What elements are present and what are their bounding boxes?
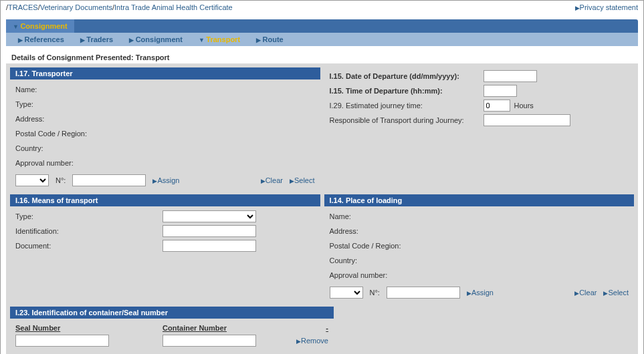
transporter-select-button[interactable]: ▶Select — [290, 176, 315, 184]
transporter-assign-button[interactable]: ▶Assign — [152, 176, 179, 184]
container-number-header: Container Number — [163, 324, 296, 332]
seal-number-input[interactable] — [15, 335, 109, 347]
arrow-icon: ▶ — [290, 178, 294, 184]
journey-time-label: I.29. Estimated journey time: — [330, 102, 484, 110]
subtab-consignment[interactable]: ▶ Consignment — [121, 34, 191, 45]
panel-means-header: I.16. Means of transport — [10, 194, 320, 206]
panel-departure: I.15. Date of Departure (dd/mm/yyyy): I.… — [324, 67, 635, 133]
arrow-icon: ▶ — [467, 290, 471, 297]
panel-container: I.23. Identification of container/Seal n… — [10, 307, 334, 354]
transporter-address-label: Address: — [15, 115, 122, 123]
container-remove-button[interactable]: ▶Remove — [296, 337, 328, 345]
privacy-link[interactable]: Privacy statement — [580, 3, 638, 11]
transporter-clear-button[interactable]: ▶Clear — [261, 176, 283, 184]
transporter-country-label: Country: — [15, 144, 122, 152]
panel-means: I.16. Means of transport Type: Identific… — [10, 194, 320, 285]
hours-label: Hours — [514, 102, 534, 110]
means-type-select[interactable] — [163, 210, 256, 222]
time-departure-label: I.15. Time of Departure (hh:mm): — [330, 87, 484, 95]
table-row: ▶Remove — [15, 333, 328, 348]
breadcrumb: /TRACES/Veterinary Documents/Intra Trade… — [1, 1, 643, 14]
means-doc-input[interactable] — [163, 240, 256, 252]
loading-postal-label: Postal Code / Region: — [330, 242, 437, 250]
subtab-traders[interactable]: ▶ Traders — [72, 34, 121, 45]
breadcrumb-traces[interactable]: TRACES — [8, 3, 38, 11]
responsible-label: Responsible of Transport during Journey: — [330, 116, 484, 124]
arrow-icon: ▶ — [575, 5, 580, 11]
responsible-input[interactable] — [484, 114, 570, 126]
transporter-no-input[interactable] — [72, 174, 146, 186]
arrow-icon: ▶ — [18, 37, 25, 43]
means-ident-input[interactable] — [163, 225, 256, 237]
arrow-icon: ▶ — [129, 37, 136, 43]
transporter-country-select[interactable] — [15, 174, 49, 186]
subtab-references[interactable]: ▶ References — [10, 34, 72, 45]
page-container: /TRACES/Veterinary Documents/Intra Trade… — [0, 0, 644, 354]
panel-container-header: I.23. Identification of container/Seal n… — [10, 307, 334, 319]
transporter-approval-label: Approval number: — [15, 159, 122, 167]
journey-time-input[interactable] — [484, 100, 510, 112]
time-departure-input[interactable] — [484, 85, 517, 97]
loading-no-label: N°: — [370, 289, 380, 297]
date-departure-label: I.15. Date of Departure (dd/mm/yyyy): — [330, 72, 484, 80]
loading-assign-button[interactable]: ▶Assign — [467, 289, 494, 297]
loading-select-button[interactable]: ▶Select — [603, 289, 629, 297]
panel-loading: I.14. Place of loading Name: Address: Po… — [324, 194, 635, 303]
section-heading: Details of Consignment Presented: Transp… — [6, 51, 638, 63]
loading-address-label: Address: — [330, 227, 437, 235]
transporter-postal-label: Postal Code / Region: — [15, 130, 122, 138]
seal-number-header: Seal Number — [15, 324, 163, 332]
panel-transporter: I.17. Transporter Name: Type: Address: P… — [10, 67, 320, 190]
container-dash: - — [296, 324, 328, 332]
transporter-no-label: N°: — [56, 176, 66, 184]
breadcrumb-vetdocs[interactable]: Veterinary Documents — [40, 3, 112, 11]
container-number-input[interactable] — [163, 335, 256, 347]
transporter-type-label: Type: — [15, 100, 122, 108]
tab-consignment[interactable]: ▼ Consignment — [6, 19, 74, 33]
arrow-icon: ▶ — [80, 37, 87, 43]
subtab-route[interactable]: ▶ Route — [248, 34, 292, 45]
date-departure-input[interactable] — [484, 70, 537, 82]
content-area: I.17. Transporter Name: Type: Address: P… — [6, 63, 638, 354]
panel-transporter-header: I.17. Transporter — [10, 67, 320, 79]
loading-clear-button[interactable]: ▶Clear — [574, 289, 597, 297]
transporter-name-label: Name: — [15, 85, 122, 94]
means-doc-label: Document: — [15, 242, 163, 250]
panel-loading-header: I.14. Place of loading — [324, 194, 635, 206]
chevron-down-icon: ▼ — [199, 37, 206, 43]
loading-approval-label: Approval number: — [330, 271, 437, 279]
loading-country-select[interactable] — [330, 287, 363, 299]
tab-consignment-label: Consignment — [20, 22, 67, 30]
subtab-transport[interactable]: ▼ Transport — [191, 34, 248, 45]
means-ident-label: Identification: — [15, 227, 163, 235]
chevron-down-icon: ▼ — [13, 23, 20, 30]
loading-name-label: Name: — [330, 212, 437, 220]
loading-no-input[interactable] — [387, 287, 460, 299]
loading-country-label: Country: — [330, 256, 437, 264]
breadcrumb-cert[interactable]: Intra Trade Animal Health Certificate — [114, 3, 233, 11]
means-type-label: Type: — [15, 212, 163, 220]
nav-primary: ▼ Consignment ▶ References ▶ Traders ▶ C… — [6, 19, 638, 46]
arrow-icon: ▶ — [256, 37, 263, 43]
arrow-icon: ▶ — [261, 178, 265, 184]
arrow-icon: ▶ — [296, 338, 301, 345]
nav-secondary: ▶ References ▶ Traders ▶ Consignment ▼ T… — [6, 33, 638, 46]
